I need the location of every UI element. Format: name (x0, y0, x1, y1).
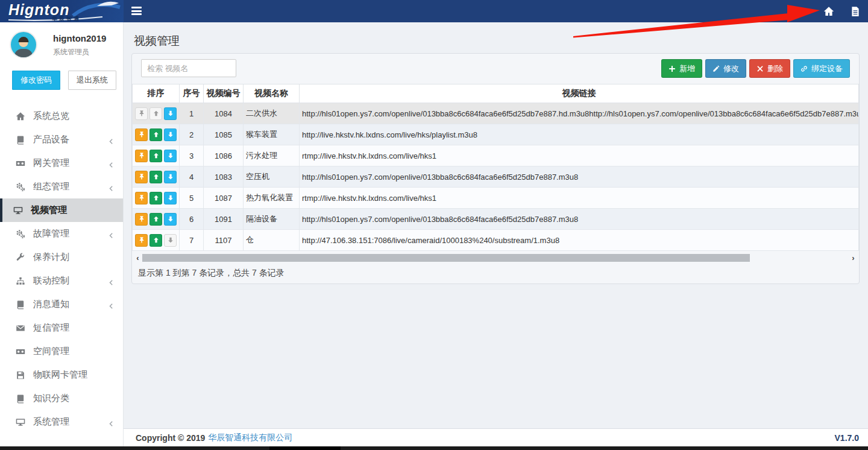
chevron-left-icon (108, 136, 115, 143)
move-up-button[interactable] (149, 128, 162, 141)
sidebar-item-configuration-management[interactable]: 组态管理 (0, 175, 123, 198)
sidebar-item-knowledge-category[interactable]: 知识分类 (0, 387, 123, 410)
scroll-right-arrow[interactable]: › (849, 254, 858, 262)
pin-button[interactable] (135, 192, 148, 204)
edit-button[interactable]: 修改 (705, 59, 746, 78)
link-icon (800, 65, 808, 72)
column-header[interactable]: 序号 (180, 84, 204, 103)
scrollbar-track[interactable] (142, 254, 849, 262)
user-name: hignton2019 (53, 33, 123, 43)
table-row[interactable]: 4 1083 空压机 http://hls01open.ys7.com/open… (133, 166, 859, 188)
avatar (10, 31, 37, 59)
sidebar-item-label: 物联网卡管理 (33, 369, 115, 381)
sidebar: hignton2019 系统管理员 修改密码 退出系统 系统总览 产品设备 网关… (0, 22, 124, 446)
page-scrollbar-thumb[interactable] (269, 446, 341, 450)
table-row[interactable]: 5 1087 热力氧化装置 rtmp://live.hkstv.hk.lxdns… (133, 188, 859, 209)
sidebar-item-label: 知识分类 (33, 393, 115, 404)
sidebar-item-linkage-control[interactable]: 联动控制 (0, 269, 123, 293)
move-down-button[interactable] (164, 192, 177, 204)
chevron-left-icon (108, 419, 115, 425)
cell-video-name: 空压机 (244, 166, 300, 188)
table-row[interactable]: 1 1084 二次供水 http://hls01open.ys7.com/ope… (133, 103, 859, 124)
user-panel: hignton2019 系统管理员 (0, 22, 123, 62)
page-horizontal-scrollbar[interactable] (0, 446, 868, 450)
sidebar-item-video-management[interactable]: 视频管理 (0, 198, 123, 222)
cell-video-code: 1085 (204, 124, 244, 145)
column-header[interactable]: 排序 (133, 84, 180, 103)
table-row[interactable]: 7 1107 仓 http://47.106.38.151:7086/live/… (133, 230, 859, 251)
column-header[interactable]: 视频链接 (300, 84, 859, 103)
move-down-button[interactable] (164, 171, 177, 183)
hamburger-menu-icon[interactable] (131, 7, 142, 15)
search-input[interactable] (141, 59, 236, 77)
pin-button[interactable] (135, 150, 148, 162)
bind-device-button[interactable]: 绑定设备 (793, 59, 850, 78)
cell-video-url: http://hls01open.ys7.com/openlive/013bba… (300, 103, 859, 124)
table-header-row: 排序序号视频编号视频名称视频链接 (133, 84, 859, 103)
home-icon (16, 112, 25, 121)
pin-button[interactable] (135, 128, 148, 141)
move-up-button[interactable] (149, 150, 162, 162)
sitemap-icon (16, 276, 25, 286)
record-summary: 显示第 1 到第 7 条记录，总共 7 条记录 (138, 268, 859, 279)
sidebar-item-system-management[interactable]: 系统管理 (0, 410, 123, 434)
sidebar-item-label: 产品设备 (33, 134, 108, 145)
move-up-button[interactable] (149, 234, 162, 247)
move-down-button[interactable] (164, 107, 177, 120)
delete-button[interactable]: 删除 (749, 59, 790, 78)
scrollbar-thumb[interactable] (142, 254, 750, 262)
main-content: 视频管理 新增 修改 删除 绑定设备 排序序号视频编号视频名称视频链接 1 10… (124, 22, 868, 428)
pin-button[interactable] (135, 107, 148, 120)
desktop-icon (16, 417, 25, 427)
move-up-button[interactable] (149, 107, 162, 120)
sidebar-item-label: 故障管理 (33, 228, 108, 239)
move-up-button[interactable] (149, 213, 162, 226)
scroll-left-arrow[interactable]: ‹ (133, 254, 142, 262)
move-down-button[interactable] (164, 128, 177, 141)
sidebar-item-message-notification[interactable]: 消息通知 (0, 293, 123, 316)
sidebar-item-iot-card-management[interactable]: 物联网卡管理 (0, 363, 123, 387)
cell-video-code: 1083 (204, 166, 244, 188)
wrench-icon (16, 253, 25, 262)
document-icon[interactable] (850, 6, 861, 17)
footer: Copyright © 2019 华辰智通科技有限公司 V1.7.0 (124, 428, 868, 446)
pin-button[interactable] (135, 213, 148, 226)
logout-button[interactable]: 退出系统 (68, 71, 116, 90)
sidebar-item-product-devices[interactable]: 产品设备 (0, 128, 123, 151)
table-row[interactable]: 3 1086 污水处理 rtmp://live.hkstv.hk.lxdns.c… (133, 145, 859, 166)
cell-video-url: http://live.hkstv.hk.lxdns.com/live/hks/… (300, 124, 859, 145)
sidebar-item-maintenance-plan[interactable]: 保养计划 (0, 246, 123, 269)
home-icon[interactable] (823, 6, 834, 17)
table-row[interactable]: 2 1085 猴车装置 http://live.hkstv.hk.lxdns.c… (133, 124, 859, 145)
cell-seq: 7 (180, 230, 204, 251)
company-link[interactable]: 华辰智通科技有限公司 (208, 433, 292, 443)
sidebar-item-gateway-management[interactable]: 网关管理 (0, 151, 123, 175)
move-up-button[interactable] (149, 192, 162, 204)
cell-video-url: http://hls01open.ys7.com/openlive/013bba… (300, 166, 859, 188)
sidebar-item-label: 空间管理 (33, 346, 115, 357)
column-header[interactable]: 视频名称 (244, 84, 300, 103)
cell-seq: 3 (180, 145, 204, 166)
cell-seq: 6 (180, 209, 204, 230)
sidebar-item-space-management[interactable]: 空间管理 (0, 340, 123, 363)
cell-video-url: http://47.106.38.151:7086/live/cameraid/… (300, 230, 859, 251)
table-row[interactable]: 6 1091 隔油设备 http://hls01open.ys7.com/ope… (133, 209, 859, 230)
move-up-button[interactable] (149, 171, 162, 183)
sidebar-item-fault-management[interactable]: 故障管理 (0, 222, 123, 246)
move-down-button[interactable] (164, 150, 177, 162)
cell-video-url: http://hls01open.ys7.com/openlive/013bba… (300, 209, 859, 230)
sidebar-item-sms-management[interactable]: 短信管理 (0, 316, 123, 340)
change-password-button[interactable]: 修改密码 (12, 71, 60, 90)
camera-icon (16, 347, 25, 357)
move-down-button[interactable] (164, 234, 177, 247)
add-button[interactable]: 新增 (661, 59, 702, 78)
sidebar-item-system-overview[interactable]: 系统总览 (0, 104, 123, 128)
book-icon (16, 135, 25, 145)
move-down-button[interactable] (164, 213, 177, 226)
gears-icon (16, 229, 25, 239)
pin-button[interactable] (135, 171, 148, 183)
sidebar-item-label: 组态管理 (33, 181, 108, 192)
column-header[interactable]: 视频编号 (204, 84, 244, 103)
video-panel: 新增 修改 删除 绑定设备 排序序号视频编号视频名称视频链接 1 1084 二次… (131, 53, 860, 284)
pin-button[interactable] (135, 234, 148, 247)
